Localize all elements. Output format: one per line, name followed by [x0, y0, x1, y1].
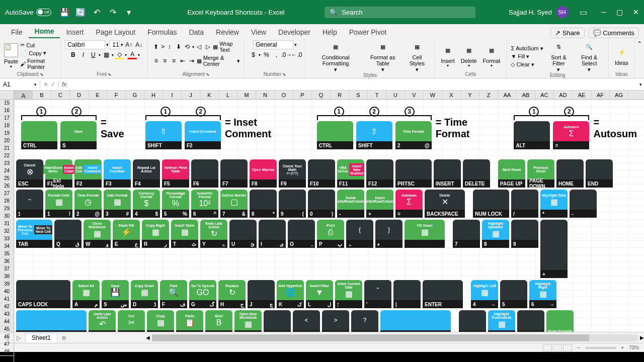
conditional-formatting-button[interactable]: ▦Conditional Formatting ▾	[309, 40, 361, 72]
col-header[interactable]: L	[219, 90, 237, 99]
page-layout-view-icon[interactable]	[553, 344, 562, 351]
row-header[interactable]: 24	[0, 167, 14, 175]
col-header[interactable]: AA	[498, 90, 517, 99]
row-header[interactable]: 41	[0, 296, 14, 303]
enter-formula-icon[interactable]: ✓	[50, 81, 55, 88]
row-header[interactable]: 42	[0, 303, 14, 311]
col-header[interactable]: Y	[461, 90, 479, 99]
row-header[interactable]: 33	[0, 235, 14, 243]
redo-icon[interactable]: ↷	[108, 7, 118, 17]
col-header[interactable]: A	[14, 90, 33, 99]
shrink-font-icon[interactable]: A↓	[134, 40, 143, 49]
ribbon-mode-icon[interactable]: ▭	[578, 7, 588, 17]
sort-filter-button[interactable]: ⇅Sort & Filter ▾	[545, 40, 573, 72]
align-top-icon[interactable]: ⬆	[152, 42, 160, 51]
save-icon[interactable]: 💾	[59, 7, 69, 17]
avatar[interactable]: SH	[556, 6, 568, 18]
tab-page-layout[interactable]: Page Layout	[90, 26, 141, 38]
align-left-icon[interactable]: ≡	[152, 56, 160, 65]
close-button[interactable]: ✕	[633, 8, 639, 16]
row-header[interactable]: 40	[0, 288, 14, 296]
find-select-button[interactable]: 🔍Find & Select ▾	[574, 40, 604, 72]
wrap-text-button[interactable]: ▦ Wrap Text	[213, 40, 240, 53]
zoom-slider[interactable]	[586, 347, 616, 349]
col-header[interactable]: S	[349, 90, 368, 99]
col-header[interactable]: G	[126, 90, 144, 99]
sheet-nav-last[interactable]: ▷	[13, 334, 25, 341]
format-as-table-button[interactable]: ▦Format as Table ▾	[364, 40, 402, 72]
row-header[interactable]: 20	[0, 137, 14, 145]
col-header[interactable]: Q	[312, 90, 331, 99]
tab-help[interactable]: Help	[316, 26, 343, 38]
normal-view-icon[interactable]	[543, 344, 552, 351]
row-header[interactable]: 29	[0, 205, 14, 213]
row-header[interactable]: 38	[0, 273, 14, 281]
align-middle-icon[interactable]: ↕	[166, 42, 174, 51]
cut-button[interactable]: ✂ Cut	[20, 41, 56, 49]
insert-cells-button[interactable]: ▦Insert▾	[439, 44, 457, 68]
row-header[interactable]: 19	[0, 130, 14, 137]
tab-insert[interactable]: Insert	[60, 26, 90, 38]
page-break-view-icon[interactable]	[563, 344, 572, 351]
row-header[interactable]: 34	[0, 243, 14, 250]
col-header[interactable]: C	[51, 90, 70, 99]
tab-file[interactable]: File	[5, 26, 29, 38]
row-header[interactable]: 47	[0, 341, 14, 348]
qat-more-icon[interactable]: ▾	[124, 7, 134, 17]
row-header[interactable]: 16	[0, 107, 14, 115]
col-header[interactable]: E	[89, 90, 107, 99]
col-header[interactable]: R	[331, 90, 349, 99]
row-header[interactable]: 18	[0, 122, 14, 130]
sheet-nav-first[interactable]: ◁	[0, 334, 13, 341]
col-header[interactable]: Z	[479, 90, 498, 99]
col-header[interactable]: AC	[535, 90, 554, 99]
indent-out-icon[interactable]: ◁	[195, 42, 203, 51]
row-header[interactable]: 39	[0, 281, 14, 288]
row-header[interactable]: 26	[0, 183, 14, 190]
row-header[interactable]: 32	[0, 228, 14, 235]
font-size-select[interactable]: 11	[110, 40, 120, 49]
col-header[interactable]: AF	[591, 90, 610, 99]
row-header[interactable]: 43	[0, 311, 14, 318]
accounting-icon[interactable]: $	[249, 50, 258, 59]
indent-in-icon[interactable]: ▷	[204, 42, 212, 51]
select-all-corner[interactable]	[0, 90, 14, 99]
tab-data[interactable]: Data	[183, 26, 210, 38]
copy-button[interactable]: 📄 Copy ▾	[20, 49, 56, 57]
col-header[interactable]: X	[442, 90, 461, 99]
row-header[interactable]: 22	[0, 152, 14, 160]
autosum-button[interactable]: Σ AutoSum ▾	[511, 45, 543, 52]
number-format-select[interactable]: General	[253, 40, 293, 49]
col-header[interactable]: T	[368, 90, 386, 99]
horizontal-scrollbar[interactable]	[152, 334, 638, 341]
orientation-icon[interactable]: ⟲	[183, 42, 191, 51]
row-header[interactable]: 30	[0, 213, 14, 220]
inc-decimal-icon[interactable]: .0→	[282, 50, 291, 59]
fill-color-icon[interactable]: ◇	[115, 50, 124, 59]
tab-formulas[interactable]: Formulas	[141, 26, 183, 38]
font-name-select[interactable]: Calibri	[65, 40, 105, 49]
row-header[interactable]: 48	[0, 348, 14, 356]
row-header[interactable]: 27	[0, 190, 14, 198]
align-bottom-icon[interactable]: ⬇	[175, 42, 183, 51]
maximize-button[interactable]: ▢	[616, 8, 623, 16]
col-header[interactable]: B	[33, 90, 51, 99]
row-header[interactable]: 31	[0, 220, 14, 228]
username[interactable]: Sajjad H. Syed	[509, 9, 552, 16]
share-button[interactable]: ↗ Share	[550, 28, 584, 38]
fill-button[interactable]: ▼ Fill ▾	[511, 53, 543, 60]
col-header[interactable]: M	[237, 90, 256, 99]
col-header[interactable]: AB	[517, 90, 535, 99]
col-header[interactable]: O	[275, 90, 293, 99]
col-header[interactable]: J	[182, 90, 200, 99]
row-header[interactable]: 17	[0, 115, 14, 122]
autosave-toggle[interactable]: Off	[36, 9, 51, 16]
zoom-out-icon[interactable]: ─	[577, 345, 581, 350]
tab-power-pivot[interactable]: Power Pivot	[343, 26, 393, 38]
grow-font-icon[interactable]: A↑	[124, 40, 133, 49]
align-right-icon[interactable]: ≡	[170, 56, 178, 65]
row-header[interactable]: 36	[0, 258, 14, 265]
clear-button[interactable]: ◇ Clear ▾	[511, 61, 543, 68]
row-header[interactable]: 44	[0, 318, 14, 326]
borders-icon[interactable]: ▦	[102, 50, 111, 59]
